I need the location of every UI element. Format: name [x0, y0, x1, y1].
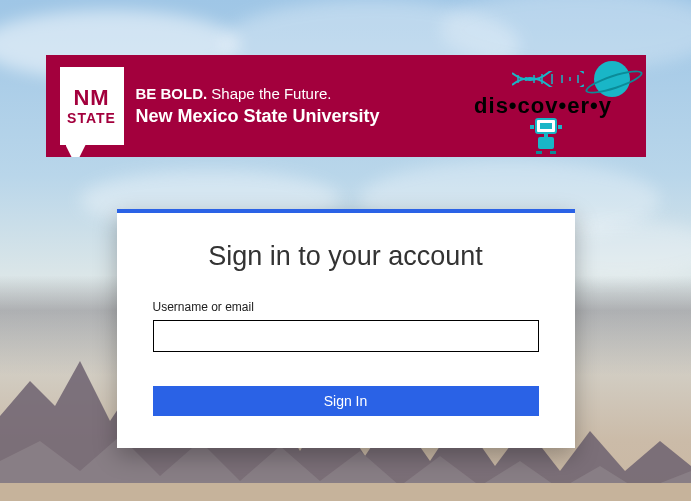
university-name: New Mexico State University	[136, 106, 380, 127]
svg-rect-14	[530, 125, 534, 129]
login-card: Sign in to your account Username or emai…	[117, 209, 575, 448]
svg-rect-13	[538, 137, 554, 149]
svg-rect-2	[0, 483, 691, 501]
svg-rect-15	[558, 125, 562, 129]
university-banner: NM STATE BE BOLD. Shape the Future. New …	[46, 55, 646, 157]
planet-icon	[594, 61, 630, 97]
nm-state-logo: NM STATE	[60, 67, 124, 145]
discovery-graphic: dis•cov•er•y	[451, 63, 636, 149]
username-input[interactable]	[153, 320, 539, 352]
banner-text-block: BE BOLD. Shape the Future. New Mexico St…	[136, 85, 380, 127]
svg-rect-18	[550, 151, 556, 154]
logo-line-2: STATE	[67, 111, 116, 125]
tagline-rest: Shape the Future.	[207, 85, 331, 102]
discovery-wordmark: dis•cov•er•y	[474, 93, 612, 119]
robot-icon	[526, 115, 566, 155]
logo-line-1: NM	[73, 87, 109, 109]
tagline-bold: BE BOLD.	[136, 85, 208, 102]
banner-tagline: BE BOLD. Shape the Future.	[136, 85, 380, 102]
login-heading: Sign in to your account	[153, 241, 539, 272]
svg-rect-16	[544, 133, 548, 137]
username-label: Username or email	[153, 300, 539, 314]
sign-in-button[interactable]: Sign In	[153, 386, 539, 416]
svg-rect-12	[540, 123, 552, 129]
dna-helix-icon	[512, 71, 584, 87]
svg-rect-17	[536, 151, 542, 154]
